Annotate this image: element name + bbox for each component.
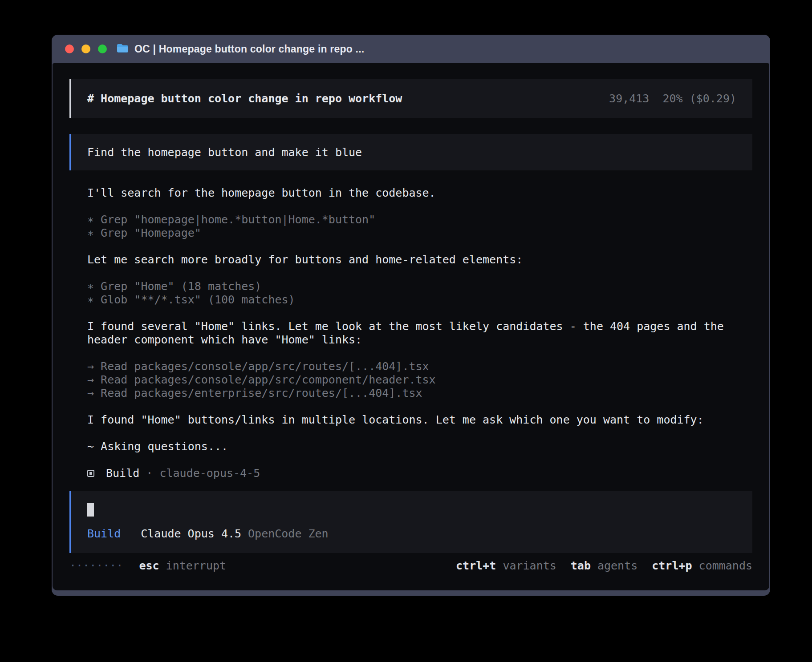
titlebar[interactable]: OC | Homepage button color change in rep… bbox=[53, 35, 769, 63]
folder-icon bbox=[117, 43, 129, 55]
assistant-text: I'll search for the homepage button in t… bbox=[87, 186, 752, 200]
status-bar: ········ esc interrupt ctrl+t variants t… bbox=[69, 559, 752, 573]
agent-icon bbox=[87, 470, 94, 477]
commands-label: commands bbox=[699, 559, 752, 573]
window-title: OC | Homepage button color change in rep… bbox=[134, 43, 364, 55]
tool-call-group: → Read packages/console/app/src/routes/[… bbox=[87, 360, 752, 400]
tool-call-read: → Read packages/enterprise/src/routes/[.… bbox=[87, 387, 752, 400]
terminal-window: OC | Homepage button color change in rep… bbox=[52, 35, 770, 596]
mode-label: Build bbox=[87, 527, 121, 541]
assistant-text: I found several "Home" links. Let me loo… bbox=[87, 320, 752, 347]
agent-separator: · bbox=[146, 467, 153, 480]
prompt-input[interactable]: Build Claude Opus 4.5 OpenCode Zen bbox=[69, 491, 752, 553]
tool-call-grep: ∗ Grep "Homepage" bbox=[87, 226, 752, 240]
provider-label: OpenCode Zen bbox=[248, 527, 329, 541]
user-message-text: Find the homepage button and make it blu… bbox=[87, 146, 362, 159]
token-count: 39,413 bbox=[609, 92, 649, 105]
close-button[interactable] bbox=[65, 44, 74, 53]
variants-key-hint: ctrl+t bbox=[456, 559, 496, 573]
assistant-text: Let me search more broadly for buttons a… bbox=[87, 253, 752, 266]
traffic-lights bbox=[65, 44, 107, 53]
esc-key-hint: esc bbox=[139, 559, 159, 573]
agents-label: agents bbox=[597, 559, 637, 573]
tool-call-grep: ∗ Grep "Home" (18 matches) bbox=[87, 280, 752, 293]
tool-call-read: → Read packages/console/app/src/routes/[… bbox=[87, 360, 752, 373]
spinner-dots: ········ bbox=[69, 559, 123, 573]
agent-model: claude-opus-4-5 bbox=[159, 467, 260, 480]
session-title: # Homepage button color change in repo w… bbox=[87, 92, 402, 105]
agents-key-hint: tab bbox=[571, 559, 591, 573]
tool-call-group: ∗ Grep "Home" (18 matches) ∗ Glob "**/*.… bbox=[87, 280, 752, 307]
interrupt-label: interrupt bbox=[166, 559, 226, 573]
tool-call-grep: ∗ Grep "homepage|home.*button|Home.*butt… bbox=[87, 213, 752, 226]
assistant-transcript: I'll search for the homepage button in t… bbox=[87, 186, 752, 480]
context-usage: 20% ($0.29) bbox=[662, 92, 736, 105]
user-message: Find the homepage button and make it blu… bbox=[69, 134, 752, 170]
tool-call-group: ∗ Grep "homepage|home.*button|Home.*butt… bbox=[87, 213, 752, 240]
status-right: ctrl+t variants tab agents ctrl+p comman… bbox=[456, 559, 752, 573]
session-header: # Homepage button color change in repo w… bbox=[69, 79, 752, 118]
input-footer: Build Claude Opus 4.5 OpenCode Zen bbox=[87, 527, 736, 541]
variants-label: variants bbox=[503, 559, 556, 573]
assistant-text: I found "Home" buttons/links in multiple… bbox=[87, 413, 752, 427]
tool-call-read: → Read packages/console/app/src/componen… bbox=[87, 373, 752, 387]
session-stats: 39,413 20% ($0.29) bbox=[609, 92, 736, 105]
terminal-content: # Homepage button color change in repo w… bbox=[53, 63, 769, 590]
tool-call-glob: ∗ Glob "**/*.tsx" (100 matches) bbox=[87, 293, 752, 307]
status-left: ········ esc interrupt bbox=[69, 559, 226, 573]
title-group: OC | Homepage button color change in rep… bbox=[117, 43, 364, 55]
agent-status-row: Build · claude-opus-4-5 bbox=[87, 467, 752, 480]
text-cursor bbox=[87, 503, 94, 517]
model-label: Claude Opus 4.5 bbox=[141, 527, 241, 541]
zoom-button[interactable] bbox=[98, 44, 107, 53]
commands-key-hint: ctrl+p bbox=[652, 559, 692, 573]
minimize-button[interactable] bbox=[81, 44, 90, 53]
asking-status: ~ Asking questions... bbox=[87, 440, 752, 453]
agent-meta: Build · claude-opus-4-5 bbox=[106, 467, 260, 480]
agent-name: Build bbox=[106, 467, 139, 480]
